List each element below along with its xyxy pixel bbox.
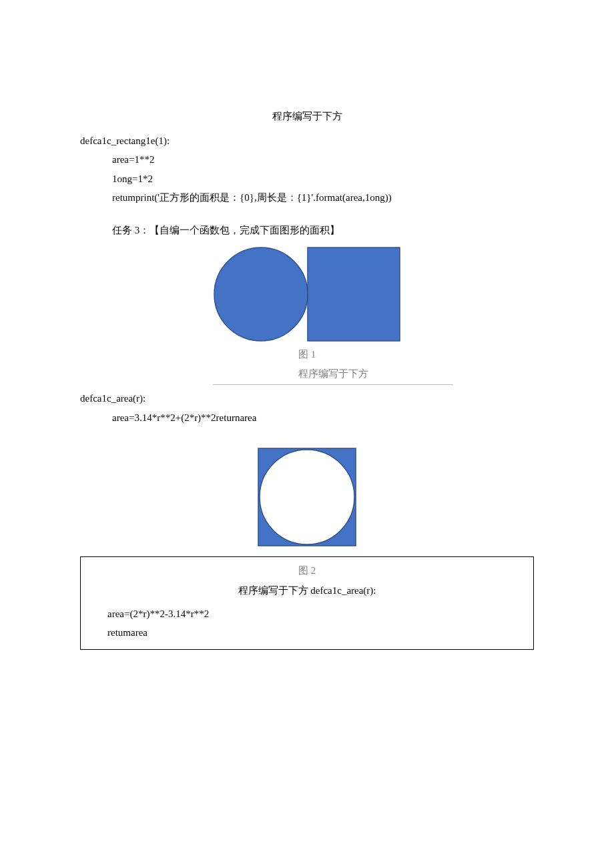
figure1-svg xyxy=(213,245,401,344)
code-line: defca1c_rectang1e(1): xyxy=(80,131,534,151)
figure-2 xyxy=(257,447,357,554)
figure-1: 图 1 程序编写于下方 xyxy=(213,245,401,385)
figure1-subcaption: 程序编写于下方 xyxy=(213,364,453,386)
code-line: retumarea xyxy=(86,623,528,642)
section1-title: 程序编写于下方 xyxy=(80,107,534,126)
code-line: defca1c_area(r): xyxy=(80,389,534,408)
code-line: area=1**2 xyxy=(80,150,534,169)
code-line: retumprint('正方形的面积是：{0},周长是：{1}'.format(… xyxy=(80,188,534,207)
section3-box: 图 2 程序编写于下方 defca1c_area(r): area=(2*r)*… xyxy=(80,556,534,650)
code-line: 1ong=1*2 xyxy=(80,169,534,189)
section3-center-line: 程序编写于下方 defca1c_area(r): xyxy=(86,581,528,600)
square-shape xyxy=(308,248,400,341)
code-line: area=3.14*r**2+(2*r)**2returnarea xyxy=(80,408,534,428)
task3-label: 任务 3：【自编一个函数包，完成下面图形的面积】 xyxy=(112,221,534,240)
section1-code: defca1c_rectang1e(1): area=1**2 1ong=1*2… xyxy=(80,131,534,207)
section2-code: defca1c_area(r): area=3.14*r**2+(2*r)**2… xyxy=(80,389,534,427)
figure1-caption: 图 1 xyxy=(213,345,401,364)
figure2-svg xyxy=(257,447,357,547)
figure2-caption: 图 2 xyxy=(86,561,528,580)
code-line: area=(2*r)**2-3.14*r**2 xyxy=(86,604,528,624)
